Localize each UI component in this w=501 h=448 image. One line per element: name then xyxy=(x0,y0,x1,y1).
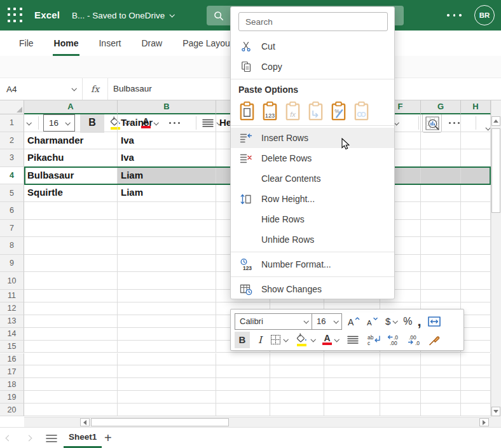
cell-H16[interactable] xyxy=(461,353,491,366)
cell-A6[interactable] xyxy=(24,202,118,220)
scroll-right-button[interactable] xyxy=(479,418,489,426)
cell-D20[interactable] xyxy=(270,404,324,416)
cell-E17[interactable] xyxy=(324,365,380,378)
cell-A2[interactable]: Charmander xyxy=(24,132,118,150)
cell-A18[interactable] xyxy=(24,378,118,391)
cell-G9[interactable] xyxy=(421,255,461,273)
cell-E19[interactable] xyxy=(324,391,380,404)
name-box[interactable]: A4 xyxy=(0,78,83,100)
cell-G8[interactable] xyxy=(421,237,461,255)
cell-A3[interactable]: Pikachu xyxy=(24,149,118,167)
formula-input[interactable]: Bulbasaur xyxy=(113,78,152,100)
all-sheets-icon[interactable] xyxy=(46,434,57,443)
cell-B1[interactable]: Trainer xyxy=(118,114,216,132)
cell-G20[interactable] xyxy=(421,404,461,416)
row-header-13[interactable]: 13 xyxy=(0,315,24,328)
cell-H17[interactable] xyxy=(461,365,491,378)
menu-item-unhide-rows[interactable]: Unhide Rows xyxy=(231,229,394,250)
grow-font-button[interactable]: A xyxy=(346,313,361,330)
cell-A4[interactable]: Bulbasaur xyxy=(24,167,118,185)
row-header-11[interactable]: 11 xyxy=(0,290,24,302)
document-title-dropdown[interactable]: B... - Saved to OneDrive xyxy=(72,0,174,31)
scroll-left-button[interactable] xyxy=(80,418,90,426)
cell-A8[interactable] xyxy=(24,237,118,255)
cell-H14[interactable] xyxy=(461,328,491,341)
row-header-4[interactable]: 4 xyxy=(0,167,24,185)
cell-G17[interactable] xyxy=(421,365,461,378)
cell-A15[interactable] xyxy=(24,341,118,353)
column-header-G[interactable]: G xyxy=(421,100,461,114)
cell-H5[interactable] xyxy=(461,184,491,202)
menu-item-hide-rows[interactable]: Hide Rows xyxy=(231,209,394,229)
mini-font-size-select[interactable]: 16 xyxy=(312,313,342,330)
tab-file[interactable]: File xyxy=(9,31,44,56)
select-all-corner[interactable] xyxy=(0,100,24,114)
cell-G10[interactable] xyxy=(421,272,461,290)
paste-icon[interactable] xyxy=(238,100,255,121)
cell-C20[interactable] xyxy=(216,404,270,416)
scroll-up-button[interactable] xyxy=(491,116,500,126)
menu-item-row-height[interactable]: Row Height... xyxy=(231,189,394,209)
horizontal-scroll-thumb[interactable] xyxy=(91,418,229,426)
cell-A16[interactable] xyxy=(24,353,118,366)
cell-H13[interactable] xyxy=(461,315,491,328)
paste-values-icon[interactable]: 123 xyxy=(261,100,278,121)
format-painter-button[interactable] xyxy=(429,332,441,348)
row-header-8[interactable]: 8 xyxy=(0,237,24,255)
cell-B20[interactable] xyxy=(118,404,216,416)
row-header-6[interactable]: 6 xyxy=(0,202,24,220)
cell-G11[interactable] xyxy=(421,290,461,302)
row-header-15[interactable]: 15 xyxy=(0,341,24,353)
merge-cells-button[interactable] xyxy=(428,313,441,330)
menu-item-number-format[interactable]: 123Number Format... xyxy=(231,254,394,275)
cell-A19[interactable] xyxy=(24,391,118,404)
cell-C18[interactable] xyxy=(216,378,270,391)
column-header-H[interactable]: H xyxy=(461,100,491,114)
cell-B5[interactable]: Liam xyxy=(118,184,216,202)
row-header-19[interactable]: 19 xyxy=(0,391,24,404)
cell-C16[interactable] xyxy=(216,353,270,366)
cell-H1[interactable] xyxy=(461,114,491,132)
avatar[interactable]: BR xyxy=(474,5,495,25)
cell-D19[interactable] xyxy=(270,391,324,404)
vertical-scroll-thumb[interactable] xyxy=(491,128,500,213)
cell-A7[interactable] xyxy=(24,220,118,238)
cell-H4[interactable] xyxy=(461,167,491,185)
cell-G6[interactable] xyxy=(421,202,461,220)
cell-B12[interactable] xyxy=(118,302,216,315)
cell-B13[interactable] xyxy=(118,315,216,328)
cell-B14[interactable] xyxy=(118,328,216,341)
cell-G7[interactable] xyxy=(421,220,461,238)
column-header-B[interactable]: B xyxy=(118,100,216,114)
decrease-decimal-button[interactable]: .0.00 xyxy=(387,332,403,348)
row-header-7[interactable]: 7 xyxy=(0,220,24,238)
cell-B3[interactable]: Iva xyxy=(118,149,216,167)
tab-home[interactable]: Home xyxy=(44,31,89,56)
cell-H9[interactable] xyxy=(461,255,491,273)
cell-F19[interactable] xyxy=(380,391,421,404)
cell-G4[interactable] xyxy=(421,167,461,185)
column-header-A[interactable]: A xyxy=(24,100,118,114)
cell-B19[interactable] xyxy=(118,391,216,404)
cell-B11[interactable] xyxy=(118,290,216,302)
cell-B17[interactable] xyxy=(118,365,216,378)
cell-G19[interactable] xyxy=(421,391,461,404)
cell-B15[interactable] xyxy=(118,341,216,353)
prev-sheet-icon[interactable] xyxy=(6,435,12,442)
row-header-9[interactable]: 9 xyxy=(0,255,24,273)
cell-B8[interactable] xyxy=(118,237,216,255)
row-header-3[interactable]: 3 xyxy=(0,149,24,167)
cell-A1[interactable] xyxy=(24,114,118,132)
row-header-2[interactable]: 2 xyxy=(0,132,24,150)
scroll-down-button[interactable] xyxy=(491,407,500,416)
cell-A10[interactable] xyxy=(24,272,118,290)
cell-A5[interactable]: Squirtle xyxy=(24,184,118,202)
row-header-12[interactable]: 12 xyxy=(0,302,24,315)
cell-G1[interactable] xyxy=(421,114,461,132)
cell-A20[interactable] xyxy=(24,404,118,416)
comma-style-button[interactable]: , xyxy=(418,313,422,330)
cell-H8[interactable] xyxy=(461,237,491,255)
cell-G2[interactable] xyxy=(421,132,461,150)
cell-A14[interactable] xyxy=(24,328,118,341)
row-header-16[interactable]: 16 xyxy=(0,353,24,366)
